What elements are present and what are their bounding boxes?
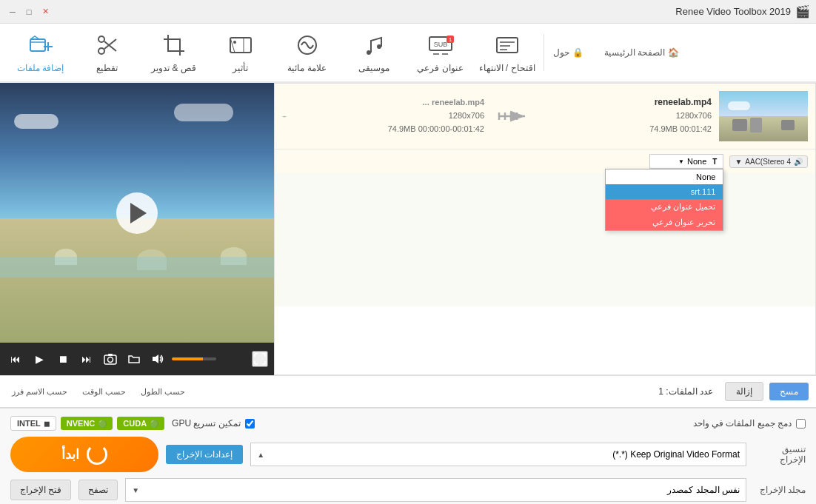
dropdown-item-none[interactable]: None: [606, 169, 723, 184]
input-file-duration-size: 00:01:42 74.9MB: [544, 123, 712, 136]
merge-files-label: دمج جميع الملفات في واحد: [693, 418, 792, 429]
music-label: موسيقى: [358, 63, 389, 73]
home-icon: 🏠: [668, 47, 679, 58]
subtitle-dropdown-menu: None 111.srt تحميل عنوان فرعي تحرير عنوا…: [605, 169, 723, 231]
toolbar-item-effect[interactable]: تأثير: [207, 25, 274, 81]
effect-icon: [227, 32, 254, 58]
video-controls: ⏮ ▶ ⏹ ⏭: [0, 343, 274, 375]
maximize-button[interactable]: □: [22, 5, 36, 19]
close-button[interactable]: ✕: [39, 5, 52, 19]
svg-point-10: [367, 50, 371, 55]
open-folder-button[interactable]: فتح الإخراج: [10, 480, 71, 500]
gpu-checkbox-item: تمكين تسريع GPU: [172, 418, 255, 429]
video-area[interactable]: [0, 83, 274, 343]
sort-by-time-button[interactable]: حسب الوقت: [78, 386, 130, 398]
toolbar-item-watermark[interactable]: علامة مائية: [274, 25, 341, 81]
convert-arrow: [492, 105, 536, 127]
prev-button[interactable]: ⏮: [6, 349, 25, 369]
speaker-icon: 🔊: [794, 158, 803, 166]
cuda-badge: 🟢 CUDA: [117, 417, 164, 430]
folder-row: مجلد الإخراج نفس المجلد كمصدر ▼ تصفح فتح…: [10, 478, 806, 502]
nvenc-label: NVENC: [67, 419, 96, 428]
svg-rect-26: [30, 39, 45, 51]
settings-area: دمج جميع الملفات في واحد تمكين تسريع GPU…: [0, 408, 816, 504]
music-icon: [361, 32, 387, 58]
svg-point-38: [108, 357, 113, 363]
audio-badge: 🔊 AAC(Stereo 4 ▼: [729, 155, 808, 168]
start-button[interactable]: ابدأ: [10, 437, 158, 472]
audio-chevron[interactable]: ▼: [735, 158, 742, 166]
app-logo: 🎬: [795, 4, 810, 19]
svg-line-25: [104, 41, 116, 51]
folder-select[interactable]: نفس المجلد كمصدر ▼: [125, 478, 746, 502]
subtitle-row: 🔊 AAC(Stereo 4 ▼ T None ▼ None 111.srt ت…: [275, 149, 815, 173]
file-thumbnail: [719, 91, 808, 141]
folder-ctrl-button[interactable]: [124, 349, 144, 369]
dropdown-item-upload[interactable]: تحميل عنوان فرعي: [606, 199, 723, 215]
sort-by-name-button[interactable]: حسب الاسم فرز: [7, 386, 72, 398]
cuda-icon: 🟢: [150, 420, 158, 428]
volume-button[interactable]: [148, 349, 167, 369]
crop-rotate-icon: [161, 32, 187, 58]
about-nav-button[interactable]: 🔒 حول: [547, 44, 589, 61]
format-label: تنسيق الإخراج: [754, 444, 806, 465]
gpu-section: تمكين تسريع GPU 🟢 CUDA 🟢 NVENC ◼ INTEL: [10, 416, 255, 431]
subtitle-label: عنوان فرعي: [417, 63, 463, 73]
empty-area: [275, 173, 815, 306]
input-file-name: reneelab.mp4: [544, 97, 712, 107]
dropdown-item-edit[interactable]: تحرير عنوان فرعي: [606, 215, 723, 230]
home-nav-button[interactable]: 🏠 الصفحة الرئيسية: [598, 44, 685, 61]
screenshot-button[interactable]: [101, 349, 120, 369]
volume-slider[interactable]: [172, 357, 216, 360]
t-icon: T: [712, 158, 717, 166]
play-triangle-icon: [130, 203, 147, 224]
open-finish-icon: [494, 32, 521, 58]
about-nav-label: حول: [553, 47, 569, 58]
toolbar-item-crop-rotate[interactable]: قص & تدوير: [141, 25, 207, 81]
browse-button[interactable]: تصفح: [78, 480, 118, 500]
next-button[interactable]: ⏭: [77, 349, 96, 369]
intel-badge: ◼ INTEL: [10, 416, 56, 431]
folder-label: مجلد الإخراج: [754, 485, 806, 495]
format-value: Keep Original Video Format (*.*): [612, 449, 740, 460]
main-content: reneelab.mp4 1280x706 00:01:42 74.9MB: [0, 83, 816, 375]
add-files-label: إضافة ملفات: [17, 63, 64, 73]
svg-point-14: [233, 41, 236, 44]
svg-rect-0: [497, 38, 518, 53]
subtitle-select-button[interactable]: T None ▼: [649, 154, 723, 169]
output-settings-button[interactable]: إعدادات الإخراج: [166, 445, 243, 464]
remove-button[interactable]: إزالة: [725, 382, 763, 401]
subtitle-current-value: None: [687, 157, 706, 166]
toolbar-item-music[interactable]: موسيقى: [341, 25, 407, 81]
play-ctrl-button[interactable]: ▶: [30, 349, 49, 369]
minimize-button[interactable]: ─: [6, 5, 19, 19]
gpu-checkbox[interactable]: [245, 419, 255, 429]
merge-files-checkbox[interactable]: [796, 419, 806, 429]
toolbar-item-add-files[interactable]: إضافة ملفات: [7, 25, 74, 81]
svg-rect-39: [108, 354, 113, 356]
play-button[interactable]: [116, 192, 158, 234]
dropdown-item-111srt[interactable]: 111.srt: [606, 184, 723, 199]
sort-by-length-button[interactable]: حسب الطول: [136, 386, 190, 398]
toolbar-item-cut[interactable]: تقطيع: [74, 25, 141, 81]
toolbar-item-subtitle[interactable]: SUB1 عنوان فرعي: [407, 25, 474, 81]
folder-value: نفس المجلد كمصدر: [667, 485, 740, 495]
video-preview: ⏮ ▶ ⏹ ⏭: [0, 83, 274, 375]
expand-button[interactable]: [252, 351, 268, 367]
output-file-info: reneelab.mp4 ... 1280x706 00:00:00-00:01…: [316, 97, 484, 135]
nvenc-icon: 🟢: [98, 420, 107, 428]
clear-button[interactable]: مسح: [769, 383, 809, 400]
stop-button[interactable]: ⏹: [53, 349, 73, 369]
window-controls: ─ □ ✕: [6, 5, 52, 19]
cut-icon: [94, 32, 121, 58]
toolbar-item-open-finish[interactable]: اقتحاح / الانتهاء: [474, 25, 541, 81]
watermark-label: علامة مائية: [287, 63, 326, 73]
format-select[interactable]: Keep Original Video Format (*.*) ▲: [250, 443, 746, 466]
subtitle-icon: SUB1: [427, 32, 454, 58]
effect-label: تأثير: [233, 63, 248, 73]
intel-label: INTEL: [17, 419, 41, 428]
open-finish-label: اقتحاح / الانتهاء: [479, 63, 535, 73]
watermark-icon: [294, 32, 321, 58]
cut-label: تقطيع: [96, 63, 118, 73]
title-bar: 🎬 Renee Video Toolbox 2019 ─ □ ✕: [0, 0, 816, 24]
